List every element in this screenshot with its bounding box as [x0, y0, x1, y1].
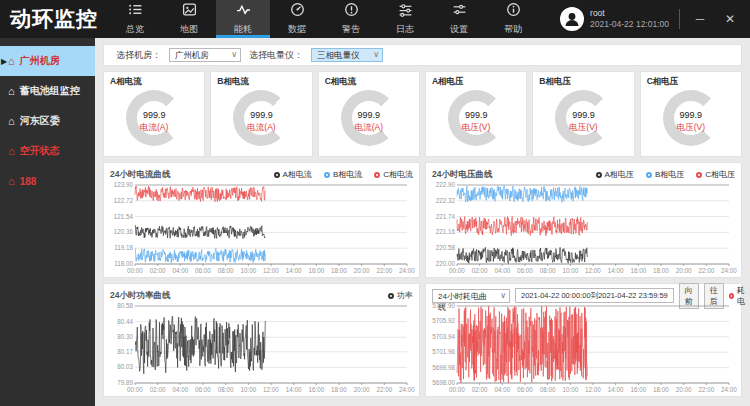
legend-item-phase-a-voltage[interactable]: A相电压	[596, 169, 634, 180]
sidebar-item-label: 河东区委	[20, 114, 60, 128]
gauge-card-phase-b-voltage: B相电压 999.9 电压(V)	[532, 71, 634, 157]
minimize-button[interactable]: ─	[690, 12, 710, 26]
user-name: root	[590, 8, 669, 19]
svg-text:06:00: 06:00	[195, 386, 211, 393]
gauge-arc: 999.9 电流(A)	[341, 90, 397, 146]
legend-marker-icon	[646, 172, 652, 178]
gauge-unit: 电压(V)	[448, 122, 504, 134]
meter-select[interactable]: 三相电量仪 ∨	[311, 48, 383, 62]
svg-text:18:00: 18:00	[653, 386, 669, 393]
top-bar: 动环监控 总览 地图 能耗 数据 警告	[0, 0, 750, 38]
svg-text:02:00: 02:00	[150, 386, 166, 393]
gauge-title: A相电压	[432, 76, 520, 88]
svg-text:121.54: 121.54	[114, 213, 134, 220]
gauge-arc: 999.9 电流(A)	[126, 90, 182, 146]
sidebar-item-label: 蓄电池组监控	[20, 84, 80, 98]
svg-text:18:00: 18:00	[653, 267, 669, 274]
svg-text:04:00: 04:00	[172, 386, 188, 393]
svg-text:118.00: 118.00	[114, 260, 133, 267]
tab-label: 帮助	[504, 23, 522, 36]
svg-text:12:00: 12:00	[263, 267, 279, 274]
tab-label: 能耗	[234, 23, 252, 36]
filter-bar: 选择机房： 广州机房 ∨ 选择电量仪： 三相电量仪 ∨	[103, 44, 742, 66]
svg-text:221.74: 221.74	[436, 213, 456, 220]
home-icon: ⌂	[8, 145, 15, 157]
svg-text:16:00: 16:00	[308, 386, 324, 393]
tab-map[interactable]: 地图	[162, 0, 216, 38]
svg-text:08:00: 08:00	[218, 267, 234, 274]
voltage-chart-plot: 222.90222.32221.74221.16220.58220.0000:0…	[432, 182, 735, 275]
gauge-unit: 电流(A)	[233, 122, 289, 134]
svg-text:00:00: 00:00	[449, 267, 465, 274]
svg-text:220.58: 220.58	[436, 244, 456, 251]
gauge-unit: 电压(V)	[555, 122, 611, 134]
consumption-chart: 5707.905705.925703.945701.965699.985698.…	[432, 303, 735, 394]
sidebar-item-battery-monitor[interactable]: ▶ ⌂ 蓄电池组监控	[0, 76, 95, 106]
sidebar-item-hedong-committee[interactable]: ▶ ⌂ 河东区委	[0, 106, 95, 136]
legend-item-phase-b-voltage[interactable]: B相电压	[646, 169, 684, 180]
svg-text:10:00: 10:00	[240, 386, 256, 393]
gauge-value: 999.9	[126, 110, 182, 120]
legend-marker-icon	[696, 172, 702, 178]
date-range-input[interactable]: 2021-04-22 00:00:00到2021-04-22 23:59:59	[515, 288, 674, 303]
pulse-icon	[236, 2, 251, 21]
legend-item-phase-c-current[interactable]: C相电流	[374, 169, 413, 180]
room-select[interactable]: 广州机房 ∨	[169, 48, 241, 62]
current-chart-plot: 123.90122.72121.54120.36119.18118.0000:0…	[110, 182, 413, 275]
person-icon	[561, 8, 583, 30]
tab-data[interactable]: 数据	[270, 0, 324, 38]
chevron-down-icon: ∨	[500, 290, 506, 301]
svg-text:12:00: 12:00	[585, 267, 601, 274]
gauge-title: B相电压	[539, 76, 627, 88]
gauge-row: A相电流 999.9 电流(A) B相电流 999.9 电流(A) C相电流 9…	[103, 71, 742, 157]
svg-text:16:00: 16:00	[630, 267, 646, 274]
svg-text:10:00: 10:00	[240, 267, 256, 274]
svg-text:5698.00: 5698.00	[432, 379, 455, 386]
sidebar-item-188[interactable]: ▶ ⌂ 188	[0, 166, 95, 196]
tab-help[interactable]: 帮助	[486, 0, 540, 38]
legend-item-phase-b-current[interactable]: B相电流	[324, 169, 362, 180]
close-button[interactable]: ✕	[720, 12, 740, 26]
tab-overview[interactable]: 总览	[108, 0, 162, 38]
legend-marker-icon	[388, 293, 394, 299]
svg-text:80.58: 80.58	[117, 302, 133, 309]
tab-energy[interactable]: 能耗	[216, 0, 270, 38]
legend-item-phase-c-voltage[interactable]: C相电压	[696, 169, 735, 180]
svg-text:222.32: 222.32	[436, 197, 456, 204]
legend-item-power[interactable]: 功率	[388, 290, 413, 301]
sidebar-item-guangzhou-room[interactable]: ▶ ⌂ 广州机房	[0, 46, 95, 76]
svg-text:24:00: 24:00	[399, 386, 415, 393]
tab-alert[interactable]: 警告	[324, 0, 378, 38]
tab-settings[interactable]: 设置	[432, 0, 486, 38]
svg-text:80.44: 80.44	[117, 318, 133, 325]
gauge-card-phase-a-current: A相电流 999.9 电流(A)	[103, 71, 205, 157]
svg-text:16:00: 16:00	[308, 267, 324, 274]
svg-text:24:00: 24:00	[399, 267, 415, 274]
selected-arrow-icon: ▶	[1, 57, 7, 66]
sidebar-item-label: 广州机房	[20, 54, 60, 68]
svg-text:22:00: 22:00	[698, 267, 714, 274]
gauge-arc: 999.9 电压(V)	[555, 90, 611, 146]
svg-text:119.18: 119.18	[114, 244, 133, 251]
legend-item-phase-a-current[interactable]: A相电流	[274, 169, 312, 180]
svg-text:80.03: 80.03	[117, 363, 133, 370]
svg-text:00:00: 00:00	[449, 386, 465, 393]
gauge-card-phase-a-voltage: A相电压 999.9 电压(V)	[425, 71, 527, 157]
tab-label: 总览	[126, 23, 144, 36]
main-content: 选择机房： 广州机房 ∨ 选择电量仪： 三相电量仪 ∨ A相电流 999.9 电	[95, 38, 750, 406]
consumption-curve-select[interactable]: 24小时耗电曲线 ∨	[432, 289, 510, 303]
power-chart-panel: 24小时功率曲线 功率 80.5880.4480.3080.1780.0379.…	[103, 283, 420, 397]
home-icon: ⌂	[8, 175, 15, 187]
svg-text:14:00: 14:00	[608, 386, 624, 393]
sliders-icon	[398, 2, 413, 21]
svg-text:08:00: 08:00	[540, 267, 556, 274]
alert-icon	[344, 2, 359, 21]
svg-text:222.90: 222.90	[436, 181, 456, 188]
user-info[interactable]: root 2021-04-22 12:01:00	[560, 7, 669, 31]
sidebar-item-breaker-status[interactable]: ▶ ⌂ 空开状态	[0, 136, 95, 166]
power-chart: 80.5880.4480.3080.1780.0379.8900:0002:00…	[110, 303, 413, 394]
svg-text:22:00: 22:00	[376, 386, 392, 393]
map-icon	[182, 2, 197, 21]
tab-log[interactable]: 日志	[378, 0, 432, 38]
svg-text:02:00: 02:00	[150, 267, 166, 274]
